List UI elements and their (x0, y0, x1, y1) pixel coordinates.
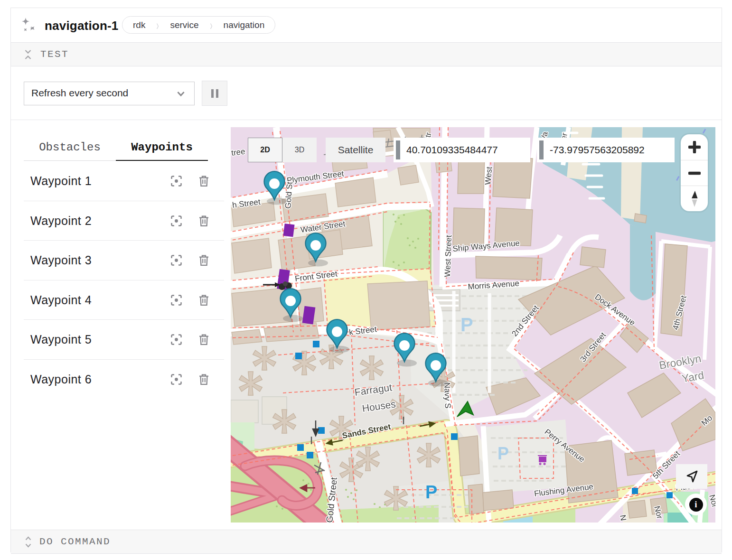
svg-text:West Street: West Street (443, 235, 453, 277)
svg-text:P: P (497, 444, 509, 463)
svg-text:Gold St: Gold St (283, 181, 294, 209)
svg-text:Navy S: Navy S (442, 382, 452, 408)
svg-text:P: P (425, 482, 437, 502)
svg-text:P: P (460, 314, 473, 335)
svg-text:tree: tree (231, 147, 245, 158)
svg-text:West: West (483, 166, 494, 185)
